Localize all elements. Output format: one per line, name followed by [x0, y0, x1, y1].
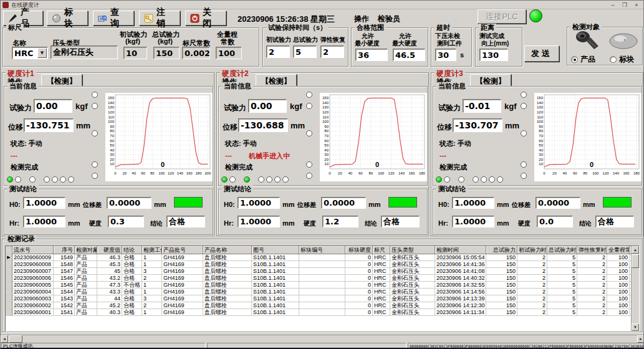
- close-button[interactable]: ×: [631, 1, 642, 9]
- h0-field[interactable]: 1.0000: [23, 197, 65, 209]
- h0-field[interactable]: 1.0000: [238, 197, 280, 209]
- row-selector[interactable]: [6, 268, 12, 275]
- table-row[interactable]: 2023090600061546产品43.2合格2GH4169盘后螺栓S10B.…: [6, 275, 639, 282]
- table-row[interactable]: 2023090600081548产品45.3合格1GH4169盘后螺栓S10B.…: [6, 261, 639, 268]
- table-header-cell[interactable]: 产品名称: [203, 246, 252, 254]
- displacement-diff-field[interactable]: 0.0000: [321, 197, 366, 209]
- scroll-right-icon[interactable]: ►: [637, 335, 644, 343]
- row-selector[interactable]: [6, 289, 12, 295]
- scroll-left-icon[interactable]: ◄: [1, 335, 8, 343]
- h0-field[interactable]: 1.0000: [452, 197, 494, 209]
- table-row[interactable]: 2023090600071547产品45合格3GH4169盘后螺栓S10B.1.…: [6, 268, 639, 275]
- hardness-field[interactable]: 0.0: [537, 216, 573, 227]
- conclusion-field[interactable]: 合格: [381, 216, 420, 227]
- table-row[interactable]: ▶2023090600091549产品46.3合格1GH4169盘后螺栓S10B…: [6, 254, 639, 261]
- table-header-cell[interactable]: 标尺: [373, 246, 390, 254]
- hr-field[interactable]: 1.0000: [23, 216, 65, 227]
- hold-total-field[interactable]: 5: [293, 45, 317, 58]
- row-selector[interactable]: [6, 246, 12, 254]
- scroll-down-icon[interactable]: ▼: [632, 323, 639, 331]
- initial-force-field[interactable]: 10: [123, 47, 147, 59]
- displacement-diff-field[interactable]: 0.0000: [536, 197, 580, 209]
- table-cell: 0: [345, 261, 373, 268]
- conclusion-field[interactable]: 合格: [595, 216, 634, 227]
- tab-detect[interactable]: 【检测】: [470, 74, 511, 86]
- table-header-cell[interactable]: 流水号: [12, 246, 54, 254]
- records-vertical-scrollbar[interactable]: ▲ ▼: [631, 246, 639, 331]
- minimize-button[interactable]: –: [607, 1, 618, 9]
- hr-field[interactable]: 1.0000: [238, 216, 280, 227]
- table-row[interactable]: 2023090600041544产品43.3合格1GH4169盘后螺栓S10B.…: [6, 289, 639, 295]
- table-header-cell[interactable]: 全量程常数: [607, 246, 630, 254]
- query-button[interactable]: 查询: [93, 11, 134, 26]
- table-header-cell[interactable]: 弹性恢复时间: [577, 246, 607, 254]
- displacement-diff-field[interactable]: 0.0000: [107, 197, 151, 209]
- row-selector[interactable]: [6, 309, 12, 316]
- tab-detect[interactable]: 【检测】: [41, 74, 82, 86]
- table-header-cell[interactable]: 总试验力时间: [547, 246, 577, 254]
- table-row[interactable]: 2023090600021542产品45.2合格2GH4169盘后螺栓S10B.…: [6, 302, 639, 309]
- force-field[interactable]: 0.00: [34, 99, 72, 113]
- table-header-cell[interactable]: 标块硬度: [345, 246, 373, 254]
- min-hardness-field[interactable]: 36: [355, 49, 388, 61]
- table-header-cell[interactable]: 检测工位: [142, 246, 162, 254]
- svg-text:100: 100: [158, 171, 165, 175]
- hardness-field[interactable]: 0.3: [108, 216, 144, 227]
- row-selector[interactable]: [6, 261, 12, 268]
- table-header-cell[interactable]: 标块编号: [299, 246, 345, 254]
- table-header-cell[interactable]: 检测时间: [435, 246, 486, 254]
- hr-field[interactable]: 1.0000: [452, 216, 494, 227]
- row-selector[interactable]: [6, 302, 12, 309]
- table-header-cell[interactable]: 总试验力: [486, 246, 517, 254]
- table-header-cell[interactable]: 硬度值: [97, 246, 122, 254]
- horizontal-scroll-thumb[interactable]: [9, 335, 22, 343]
- hardness-field[interactable]: 1.2: [322, 216, 358, 227]
- table-row[interactable]: 2023090600051545产品47.3不合格1GH4169盘后螺栓S10B…: [6, 282, 639, 289]
- force-field[interactable]: -0.01: [463, 99, 501, 113]
- table-row[interactable]: 2023090600011541产品40.3合格1GH4169盘后螺栓S10B.…: [6, 309, 639, 316]
- displacement-field[interactable]: -130.751: [24, 118, 74, 132]
- table-header-cell[interactable]: 初试验力时间: [517, 246, 547, 254]
- table-header-cell[interactable]: 检测对象: [75, 246, 97, 254]
- indenter-type-field[interactable]: 金刚石压头: [50, 45, 118, 59]
- connect-plc-button[interactable]: 连接PLC: [478, 9, 526, 24]
- send-button[interactable]: 发送: [524, 45, 559, 62]
- table-header-cell[interactable]: 产品批号: [162, 246, 203, 254]
- table-header-cell[interactable]: 图号: [252, 246, 299, 254]
- scroll-up-icon[interactable]: ▲: [632, 246, 639, 254]
- timeout-field[interactable]: 30: [435, 49, 456, 61]
- vertical-scroll-thumb[interactable]: [632, 254, 639, 268]
- scale-name-select[interactable]: HRC ▼: [12, 47, 48, 59]
- table-row[interactable]: 2023090600031543产品44合格3GH4169盘后螺栓S10B.1.…: [6, 295, 639, 302]
- table-cell: GH4169: [162, 289, 203, 295]
- standard-block-button[interactable]: 标块: [47, 11, 88, 26]
- table-cell: 合格: [122, 261, 142, 268]
- hold-initial-field[interactable]: 2: [266, 45, 290, 58]
- row-selector[interactable]: [6, 295, 12, 302]
- radio-target-block[interactable]: 标块: [610, 54, 634, 65]
- displacement-field[interactable]: -130.688: [238, 118, 288, 132]
- chevron-down-icon[interactable]: ▼: [37, 48, 47, 58]
- full-range-field[interactable]: 100: [216, 47, 242, 59]
- max-hardness-field[interactable]: 46.5: [393, 49, 425, 61]
- hold-elastic-field[interactable]: 2: [320, 45, 344, 58]
- tab-detect[interactable]: 【检测】: [256, 74, 297, 86]
- table-cell: 202309060007: [12, 268, 54, 275]
- radio-target-product[interactable]: 产品: [571, 54, 595, 65]
- row-selector[interactable]: [6, 282, 12, 289]
- close-app-button[interactable]: 关闭: [185, 11, 226, 26]
- total-force-field[interactable]: 150: [153, 47, 180, 59]
- table-header-cell[interactable]: 压头类型: [390, 246, 435, 254]
- row-selector[interactable]: ▶: [6, 254, 12, 261]
- conclusion-field[interactable]: 合格: [166, 216, 205, 227]
- maximize-button[interactable]: ❐: [619, 1, 630, 9]
- table-header-cell[interactable]: 结论: [122, 246, 142, 254]
- scale-const-field[interactable]: 0.002: [182, 47, 210, 59]
- table-header-cell[interactable]: 序号: [54, 246, 75, 254]
- form-horizontal-scrollbar[interactable]: ◄ ►: [1, 335, 644, 343]
- displacement-field[interactable]: -130.707: [453, 118, 502, 132]
- row-selector[interactable]: [6, 275, 12, 282]
- distance-field[interactable]: 130: [479, 49, 508, 61]
- logout-button[interactable]: 注销: [139, 11, 180, 26]
- force-field[interactable]: 0.00: [248, 99, 287, 113]
